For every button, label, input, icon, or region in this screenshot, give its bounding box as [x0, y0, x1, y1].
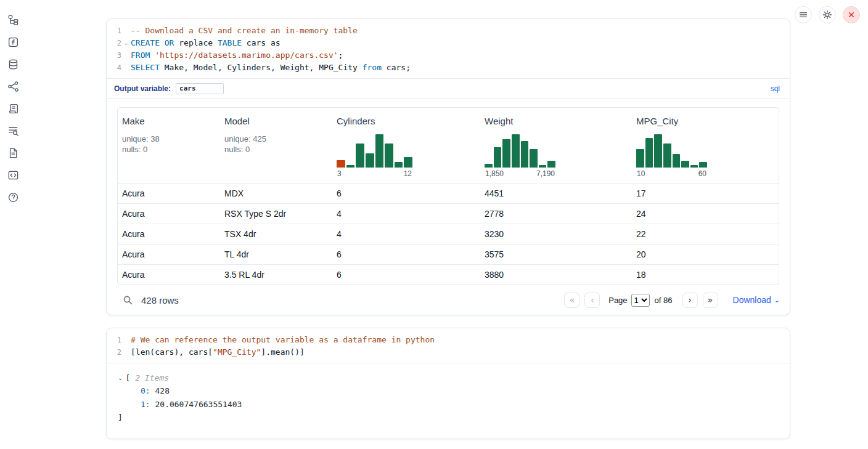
histogram-bar[interactable] — [337, 160, 345, 168]
column-name: Cylinders — [337, 116, 480, 126]
datasources-button[interactable] — [7, 58, 19, 70]
code-token: FROM — [131, 49, 150, 62]
code-token: from — [362, 62, 382, 74]
output-variable-label: Output variable: — [114, 84, 171, 93]
histogram-bar[interactable] — [539, 165, 547, 168]
tree-close-bracket: ] — [118, 411, 780, 424]
table-row[interactable]: AcuraTSX 4dr4323022 — [118, 224, 779, 244]
first-page-button[interactable]: « — [564, 293, 579, 308]
outline-button[interactable] — [7, 124, 19, 137]
download-label: Download — [733, 295, 771, 305]
histogram-labels: 10 60 — [636, 169, 707, 178]
histogram-bar[interactable] — [385, 144, 393, 168]
python-output: ⌄ [ 2 Items 0: 4281: 20.060747663551403 … — [107, 363, 790, 439]
fold-spacer — [121, 49, 131, 62]
tree-root: ⌄ [ 2 Items — [118, 371, 780, 384]
table-cell: RSX Type S 2dr — [220, 203, 332, 224]
page-select[interactable]: 1 — [631, 294, 650, 307]
code-line[interactable]: 1# We can reference the output variable … — [107, 334, 790, 346]
histogram-bar[interactable] — [530, 149, 538, 168]
settings-button[interactable] — [819, 6, 836, 23]
tree-items: 0: 4281: 20.060747663551403 — [118, 384, 780, 411]
histogram-bar[interactable] — [375, 134, 384, 168]
snippets-button[interactable] — [7, 169, 19, 181]
tree-open-bracket: [ — [125, 373, 130, 382]
documentation-button[interactable] — [7, 147, 19, 159]
table-row[interactable]: AcuraMDX6445117 — [118, 183, 779, 203]
histogram-bar[interactable] — [356, 144, 364, 168]
table-output: Make unique: 38 nulls: 0 Model unique: 4… — [107, 99, 790, 285]
line-number: 4 — [107, 62, 121, 74]
line-number: 2 — [107, 37, 121, 49]
column-header-model[interactable]: Model unique: 425 nulls: 0 — [220, 108, 332, 183]
page-label: Page — [608, 296, 627, 305]
histogram-bar[interactable] — [699, 162, 707, 168]
histogram-bar[interactable] — [681, 161, 689, 168]
code-line[interactable]: 2[len(cars), cars["MPG_City"].mean()] — [107, 346, 790, 358]
histogram-bar[interactable] — [673, 154, 681, 168]
histogram-bar[interactable] — [395, 162, 403, 168]
table-row[interactable]: Acura3.5 RL 4dr6388018 — [118, 264, 779, 285]
hist-min: 3 — [337, 169, 342, 178]
download-button[interactable]: Download ⌄ — [733, 295, 780, 305]
output-variable-input[interactable] — [176, 83, 224, 94]
histogram-bar[interactable] — [366, 153, 374, 168]
code-line[interactable]: 1-- Download a CSV and create an in-memo… — [107, 25, 790, 37]
table-cell: 22 — [632, 224, 779, 244]
fold-indicator-icon[interactable]: ⌄ — [121, 37, 131, 49]
row-count: 428 rows — [141, 295, 179, 305]
histogram-bar[interactable] — [547, 161, 555, 168]
tree-items-count: 2 Items — [135, 373, 169, 382]
column-header-weight[interactable]: Weight 1,850 7,190 — [480, 108, 632, 183]
language-badge: sql — [771, 84, 780, 93]
code-token: # We can reference the output variable a… — [131, 334, 435, 346]
histogram-bar[interactable] — [404, 157, 412, 168]
code-line[interactable]: 3FROM 'https://datasets.marimo.app/cars.… — [107, 49, 790, 62]
shutdown-button[interactable] — [843, 6, 860, 23]
table-row[interactable]: AcuraRSX Type S 2dr4277824 — [118, 203, 779, 224]
menu-button[interactable] — [795, 6, 812, 23]
hist-max: 60 — [698, 169, 706, 178]
histogram-bar[interactable] — [645, 138, 653, 168]
code-token: [len(cars), cars[ — [131, 346, 213, 358]
histogram-labels: 3 12 — [337, 169, 412, 178]
histogram-bar[interactable] — [494, 147, 502, 168]
histogram-bar[interactable] — [346, 165, 355, 168]
code-token: -- Download a CSV and create an in-memor… — [131, 25, 358, 37]
tree-item-key: 1: — [141, 400, 155, 409]
code-line[interactable]: 4SELECT Make, Model, Cylinders, Weight, … — [107, 62, 790, 74]
column-header-mpg-city[interactable]: MPG_City 10 60 — [632, 108, 779, 183]
histogram-bar[interactable] — [654, 134, 662, 168]
code-token: cars; — [382, 62, 411, 74]
histogram-bar[interactable] — [636, 149, 644, 168]
prev-page-button[interactable]: ‹ — [584, 293, 600, 308]
table-search-button[interactable] — [123, 295, 133, 305]
histogram-bar[interactable] — [663, 144, 671, 168]
python-code-editor[interactable]: 1# We can reference the output variable … — [107, 328, 790, 363]
column-stats: unique: 38 nulls: 0 — [122, 134, 220, 155]
table-cell: Acura — [118, 244, 220, 264]
last-page-button[interactable]: » — [703, 293, 718, 308]
logs-button[interactable] — [7, 102, 19, 115]
help-button[interactable] — [7, 191, 19, 203]
scratchpad-button[interactable] — [7, 36, 19, 48]
dependency-graph-button[interactable] — [7, 80, 19, 92]
column-header-make[interactable]: Make unique: 38 nulls: 0 — [118, 108, 220, 183]
code-token: cars as — [242, 37, 280, 49]
histogram-bar[interactable] — [485, 164, 493, 168]
histogram-bar[interactable] — [521, 141, 529, 168]
histogram-bar[interactable] — [502, 139, 510, 168]
code-line[interactable]: 2⌄CREATE OR replace TABLE cars as — [107, 37, 790, 49]
table-row[interactable]: AcuraTL 4dr6357520 — [118, 244, 779, 264]
histogram-bar[interactable] — [512, 134, 520, 168]
table-cell: 4451 — [480, 183, 632, 203]
histogram-bar[interactable] — [690, 165, 698, 168]
null-count: nulls: 0 — [224, 144, 332, 155]
table-cell: 24 — [632, 203, 779, 224]
next-page-button[interactable]: › — [682, 293, 698, 308]
column-header-cylinders[interactable]: Cylinders 3 12 — [332, 108, 480, 183]
fold-spacer — [121, 346, 131, 358]
tree-collapse-icon[interactable]: ⌄ — [118, 374, 123, 381]
file-tree-button[interactable] — [7, 14, 19, 26]
sql-code-editor[interactable]: 1-- Download a CSV and create an in-memo… — [107, 19, 790, 79]
